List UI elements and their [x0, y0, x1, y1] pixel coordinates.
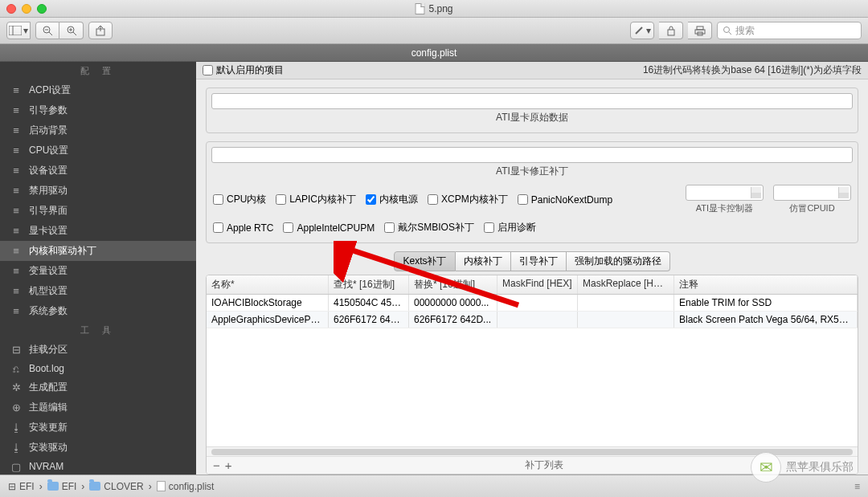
remove-row-button[interactable]: −	[213, 458, 220, 472]
diag-checkbox[interactable]: 启用诊断	[484, 221, 536, 234]
sidebar-item-gen-config[interactable]: ✲生成配置	[0, 377, 196, 397]
ati-patch-title: ATI显卡修正补丁	[211, 165, 853, 178]
th-replace[interactable]: 替换* [16进制]	[409, 275, 497, 294]
table-header: 名称* 查找* [16进制] 替换* [16进制] MaskFind [HEX]…	[207, 275, 858, 295]
folder-icon	[89, 482, 100, 491]
tab-boot-patch[interactable]: 引导补丁	[511, 251, 567, 271]
svg-point-16	[724, 27, 730, 33]
svg-line-17	[729, 32, 731, 35]
sidebar-item-kernel-kext-patches[interactable]: ≡内核和驱动补丁	[0, 241, 196, 261]
sidebar-item-graphics[interactable]: ≡显卡设置	[0, 221, 196, 241]
table-row[interactable]: IOAHCIBlockStorage 4150504C 4520... 0000…	[207, 295, 858, 312]
ati-patch-input[interactable]	[211, 147, 853, 163]
th-maskfind[interactable]: MaskFind [HEX]	[497, 275, 578, 294]
sidebar-item-theme-editor[interactable]: ⊕主题编辑	[0, 397, 196, 418]
lock-button[interactable]	[659, 22, 683, 39]
minimize-icon[interactable]	[22, 4, 31, 14]
sidebar-item-devices[interactable]: ≡设备设置	[0, 161, 196, 181]
content-pane: 默认启用的项目 16进制代码将转换为base 64 [16进制](*)为必填字段…	[196, 62, 868, 475]
default-enabled-checkbox[interactable]	[203, 65, 213, 75]
crumb-efi-disk[interactable]: ⊟EFI	[8, 481, 35, 492]
svg-line-3	[49, 32, 52, 35]
list-icon: ≡	[10, 165, 23, 177]
sidebar-item-disable-drivers[interactable]: ≡禁用驱动	[0, 181, 196, 201]
log-icon: ⎌	[10, 363, 23, 374]
svg-rect-0	[9, 26, 22, 35]
folder-icon	[47, 482, 59, 491]
tab-force-kexts[interactable]: 强制加载的驱动路径	[567, 251, 670, 271]
sidebar-item-gui[interactable]: ≡引导界面	[0, 201, 196, 221]
horizontal-scrollbar[interactable]	[207, 446, 858, 456]
ati-raw-input[interactable]	[211, 93, 853, 109]
list-icon: ≡	[10, 145, 23, 157]
chip-icon: ▢	[10, 461, 23, 472]
ati-raw-title: ATI显卡原始数据	[211, 111, 853, 124]
table-footer-label: 补丁列表	[237, 458, 851, 472]
list-view-icon[interactable]: ≡	[854, 481, 860, 492]
apple-rtc-checkbox[interactable]: Apple RTC	[213, 222, 273, 234]
window-titlebar: 5.png	[0, 0, 868, 18]
dell-smbios-checkbox[interactable]: 戴尔SMBIOS补丁	[384, 221, 474, 234]
crumb-clover-folder[interactable]: CLOVER	[89, 481, 143, 492]
sidebar-item-sysparams[interactable]: ≡系统参数	[0, 301, 196, 321]
download-icon: ⭳	[10, 422, 23, 434]
cpu-kernel-checkbox[interactable]: CPU内核	[213, 193, 266, 206]
add-row-button[interactable]: +	[225, 458, 232, 472]
sidebar-header-config: 配 置	[0, 62, 196, 80]
sidebar: 配 置 ≡ACPI设置 ≡引导参数 ≡启动背景 ≡CPU设置 ≡设备设置 ≡禁用…	[0, 62, 196, 475]
th-comment[interactable]: 注释	[674, 275, 858, 294]
list-icon: ≡	[10, 246, 23, 257]
gear-icon: ✲	[10, 382, 23, 393]
svg-line-6	[73, 32, 76, 35]
kernel-pm-checkbox[interactable]: 内核电源	[366, 193, 418, 206]
sidebar-toggle-button[interactable]: ▾	[6, 22, 31, 39]
sidebar-item-boot-bg[interactable]: ≡启动背景	[0, 120, 196, 141]
page-icon	[157, 481, 166, 491]
tab-kexts-patch[interactable]: Kexts补丁	[394, 251, 455, 271]
table-row[interactable]: AppleGraphicsDevicePolicy 626F6172 642D.…	[207, 312, 858, 328]
sidebar-item-cpu[interactable]: ≡CPU设置	[0, 141, 196, 161]
sidebar-item-boot-args[interactable]: ≡引导参数	[0, 100, 196, 120]
ati-controller-input[interactable]	[686, 185, 764, 201]
fake-cpuid-input[interactable]	[773, 185, 851, 201]
share-button[interactable]	[88, 22, 113, 39]
xcpm-checkbox[interactable]: XCPM内核补丁	[428, 193, 508, 206]
crumb-config-file[interactable]: config.plist	[157, 481, 215, 492]
list-icon: ≡	[10, 105, 23, 116]
list-icon: ≡	[10, 85, 23, 96]
search-icon	[723, 26, 732, 35]
sidebar-item-install-drivers[interactable]: ⭳安装驱动	[0, 438, 196, 458]
tab-kernel-patch[interactable]: 内核补丁	[456, 251, 511, 271]
default-enabled-label: 默认启用的项目	[216, 63, 284, 77]
patch-tabs: Kexts补丁 内核补丁 引导补丁 强制加载的驱动路径	[196, 251, 868, 271]
sidebar-item-mount-efi[interactable]: ⊟挂载分区	[0, 340, 196, 360]
search-input[interactable]: 搜索	[717, 22, 862, 39]
list-icon: ≡	[10, 226, 23, 237]
sidebar-item-smbios[interactable]: ≡机型设置	[0, 281, 196, 301]
crumb-efi-folder[interactable]: EFI	[47, 481, 77, 492]
print-button[interactable]	[688, 22, 712, 39]
sidebar-item-rtvars[interactable]: ≡变量设置	[0, 261, 196, 281]
th-name[interactable]: 名称*	[207, 275, 329, 294]
path-bar: ⊟EFI › EFI › CLOVER › config.plist ≡	[0, 475, 868, 497]
zoom-out-button[interactable]	[35, 22, 59, 39]
svg-line-11	[636, 27, 642, 34]
sidebar-header-tools: 工 具	[0, 321, 196, 340]
zoom-icon[interactable]	[37, 4, 47, 14]
panic-checkbox[interactable]: PanicNoKextDump	[518, 194, 612, 206]
close-icon[interactable]	[6, 4, 16, 14]
hint-text: 16进制代码将转换为base 64 [16进制](*)为必填字段	[643, 63, 862, 77]
sidebar-item-nvram[interactable]: ▢NVRAM	[0, 458, 196, 475]
th-maskreplace[interactable]: MaskReplace [HEX]	[578, 275, 674, 294]
sidebar-item-bootlog[interactable]: ⎌Boot.log	[0, 360, 196, 377]
zoom-in-button[interactable]	[59, 22, 84, 39]
toolbar: ▾ ▾ 搜索	[0, 18, 868, 44]
list-icon: ≡	[10, 266, 23, 277]
sidebar-item-acpi[interactable]: ≡ACPI设置	[0, 80, 196, 100]
lapic-checkbox[interactable]: LAPIC内核补丁	[276, 193, 356, 206]
sidebar-item-install-update[interactable]: ⭳安装更新	[0, 418, 196, 438]
th-find[interactable]: 查找* [16进制]	[329, 275, 409, 294]
aicpupm-checkbox[interactable]: AppleIntelCPUPM	[283, 222, 375, 234]
edit-button[interactable]: ▾	[630, 22, 654, 39]
ati-raw-section: ATI显卡原始数据	[206, 88, 858, 133]
